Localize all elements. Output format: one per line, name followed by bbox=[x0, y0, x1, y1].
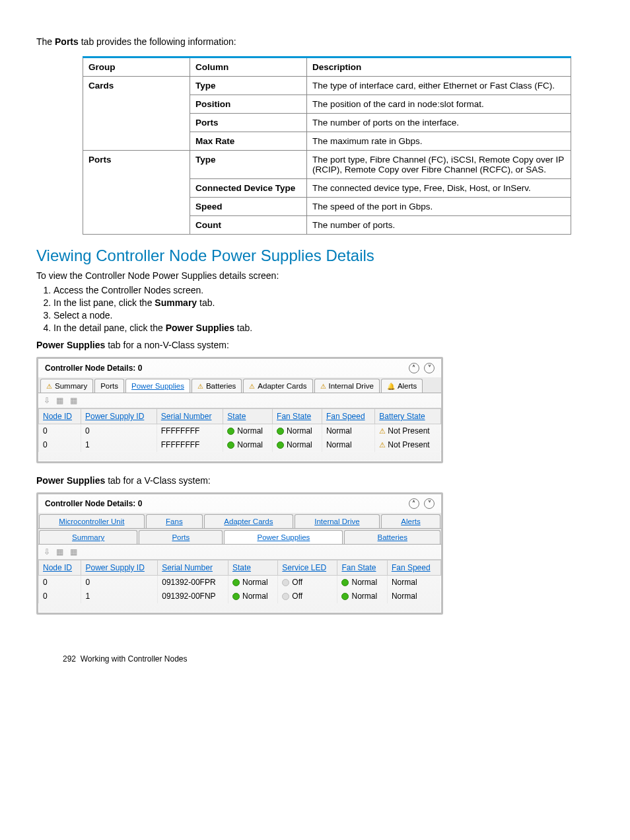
grid-col-header[interactable]: Serial Number bbox=[157, 409, 223, 424]
power-supplies-grid: Node IDPower Supply IDSerial NumberState… bbox=[38, 560, 441, 603]
desc-cell: The maximum rate in Gbps. bbox=[307, 132, 571, 151]
desc-cell: The number of ports on the interface. bbox=[307, 114, 571, 132]
step-item: In the detail pane, click the Power Supp… bbox=[53, 323, 590, 333]
group-cell: Ports bbox=[83, 151, 190, 235]
desc-cell: The connected device type, Free, Disk, H… bbox=[307, 179, 571, 198]
tab-adapter-cards[interactable]: Adapter Cards bbox=[243, 379, 312, 393]
col-description: Description bbox=[307, 57, 571, 77]
grid-col-header[interactable]: Battery State bbox=[375, 409, 441, 424]
collapse-up-icon[interactable]: ˄ bbox=[409, 363, 419, 373]
tab-power-supplies[interactable]: Power Supplies bbox=[125, 379, 190, 393]
bold-text: Ports bbox=[55, 36, 79, 47]
section-heading: Viewing Controller Node Power Supplies D… bbox=[36, 247, 590, 265]
tab-ports[interactable]: Ports bbox=[139, 530, 223, 544]
tab-adapter-cards[interactable]: Adapter Cards bbox=[204, 514, 293, 528]
grid-row[interactable]: 00FFFFFFFFNormalNormalNormalNot Present bbox=[39, 424, 441, 438]
tab-batteries[interactable]: Batteries bbox=[192, 379, 242, 393]
tab-batteries[interactable]: Batteries bbox=[344, 530, 440, 544]
desc-cell: The speed of the port in Gbps. bbox=[307, 198, 571, 216]
tab-internal-drive[interactable]: Internal Drive bbox=[314, 379, 380, 393]
panel-title-bar: Controller Node Details: 0 ˄ ˅ bbox=[38, 494, 441, 513]
table-row: PortsTypeThe port type, Fibre Channel (F… bbox=[83, 151, 571, 179]
tab-ports[interactable]: Ports bbox=[94, 379, 124, 393]
tab-alerts[interactable]: Alerts bbox=[381, 379, 423, 393]
page-number: 292 bbox=[63, 654, 76, 664]
column-cell: Type bbox=[190, 77, 307, 95]
export-icon[interactable]: ⇩ bbox=[44, 396, 50, 405]
group-cell: Cards bbox=[83, 77, 190, 151]
tab-internal-drive[interactable]: Internal Drive bbox=[295, 514, 380, 528]
collapse-up-icon[interactable]: ˄ bbox=[409, 498, 419, 509]
grid-col-header[interactable]: Fan Speed bbox=[322, 409, 374, 424]
tab-power-supplies[interactable]: Power Supplies bbox=[224, 530, 343, 544]
tab-microcontroller-unit[interactable]: Microcontroller Unit bbox=[39, 514, 145, 528]
collapse-down-icon[interactable]: ˅ bbox=[424, 363, 435, 373]
grid-col-header[interactable]: Power Supply ID bbox=[81, 409, 157, 424]
column-cell: Speed bbox=[190, 198, 307, 216]
export-icon[interactable]: ⇩ bbox=[44, 547, 50, 556]
panel-title: Controller Node Details: 0 bbox=[45, 499, 142, 508]
column-cell: Position bbox=[190, 95, 307, 114]
grid-col-header[interactable]: Node ID bbox=[39, 409, 81, 424]
warning-icon bbox=[320, 382, 326, 390]
toolbar: ⇩ ▦ ▦ bbox=[38, 545, 441, 560]
text: tab provides the following information: bbox=[79, 36, 236, 47]
power-supplies-grid: Node IDPower Supply IDSerial NumberState… bbox=[38, 408, 441, 452]
grid-col-header[interactable]: State bbox=[223, 409, 273, 424]
grid-col-header[interactable]: Fan State bbox=[273, 409, 322, 424]
collapse-down-icon[interactable]: ˅ bbox=[424, 498, 435, 509]
column-cell: Connected Device Type bbox=[190, 179, 307, 198]
caption: Power Supplies tab for a non-V-Class sys… bbox=[36, 340, 590, 350]
grid-col-header[interactable]: Fan Speed bbox=[387, 560, 440, 576]
grid-col-header[interactable]: Service LED bbox=[278, 560, 337, 576]
chart-icon[interactable]: ▦ bbox=[56, 396, 63, 405]
tab-summary[interactable]: Summary bbox=[39, 530, 137, 544]
text: tab for a V-Class system: bbox=[105, 475, 211, 486]
chart-icon[interactable]: ▦ bbox=[56, 547, 63, 556]
panel-controls: ˄ ˅ bbox=[406, 498, 435, 509]
grid-header-row: Node IDPower Supply IDSerial NumberState… bbox=[39, 409, 441, 424]
grid-col-header[interactable]: Serial Number bbox=[158, 560, 228, 576]
grid-col-header[interactable]: Power Supply ID bbox=[81, 560, 158, 576]
grid-row[interactable]: 00091392-00FPRNormalOffNormalNormal bbox=[39, 576, 441, 590]
footer-title: Working with Controller Nodes bbox=[81, 654, 188, 664]
tab-bar-row2: SummaryPortsPower SuppliesBatteries bbox=[38, 529, 441, 545]
toolbar: ⇩ ▦ ▦ bbox=[38, 393, 441, 408]
paragraph: To view the Controller Node Power Suppli… bbox=[36, 270, 590, 281]
bold-text: Power Supplies bbox=[36, 475, 105, 486]
desc-cell: The port type, Fibre Channel (FC), iSCSI… bbox=[307, 151, 571, 179]
caption: Power Supplies tab for a V-Class system: bbox=[36, 475, 590, 486]
step-item: In the list pane, click the Summary tab. bbox=[53, 297, 590, 308]
table-row: CardsTypeThe type of interface card, eit… bbox=[83, 77, 571, 95]
screenshot-nonvclass: Controller Node Details: 0 ˄ ˅ SummaryPo… bbox=[36, 357, 443, 463]
grid-col-header[interactable]: Node ID bbox=[39, 560, 81, 576]
grid-row[interactable]: 01FFFFFFFFNormalNormalNormalNot Present bbox=[39, 438, 441, 452]
column-cell: Max Rate bbox=[190, 132, 307, 151]
step-item: Access the Controller Nodes screen. bbox=[53, 285, 590, 295]
column-cell: Type bbox=[190, 151, 307, 179]
column-cell: Count bbox=[190, 216, 307, 235]
column-cell: Ports bbox=[190, 114, 307, 132]
grid-header-row: Node IDPower Supply IDSerial NumberState… bbox=[39, 560, 441, 576]
bold-text: Power Supplies bbox=[36, 340, 105, 350]
text: tab for a non-V-Class system: bbox=[105, 340, 229, 350]
grid-col-header[interactable]: Fan State bbox=[337, 560, 387, 576]
tab-summary[interactable]: Summary bbox=[40, 379, 93, 393]
chart2-icon[interactable]: ▦ bbox=[70, 396, 77, 405]
warning-icon bbox=[197, 382, 203, 390]
panel-title: Controller Node Details: 0 bbox=[45, 363, 142, 373]
tab-alerts[interactable]: Alerts bbox=[381, 514, 440, 528]
panel-controls: ˄ ˅ bbox=[406, 363, 435, 373]
col-group: Group bbox=[83, 57, 190, 77]
chart2-icon[interactable]: ▦ bbox=[70, 547, 77, 556]
desc-cell: The type of interface card, either Ether… bbox=[307, 77, 571, 95]
ports-info-table: Group Column Description CardsTypeThe ty… bbox=[83, 56, 571, 235]
grid-col-header[interactable]: State bbox=[228, 560, 277, 576]
tab-fans[interactable]: Fans bbox=[146, 514, 203, 528]
tab-bar-row1: Microcontroller UnitFansAdapter CardsInt… bbox=[38, 513, 441, 529]
tab-bar: SummaryPortsPower SuppliesBatteriesAdapt… bbox=[38, 377, 441, 393]
grid-row[interactable]: 01091392-00FNPNormalOffNormalNormal bbox=[39, 590, 441, 603]
desc-cell: The position of the card in node:slot fo… bbox=[307, 95, 571, 114]
text: The bbox=[36, 36, 55, 47]
page-footer: 292 Working with Controller Nodes bbox=[63, 654, 590, 664]
